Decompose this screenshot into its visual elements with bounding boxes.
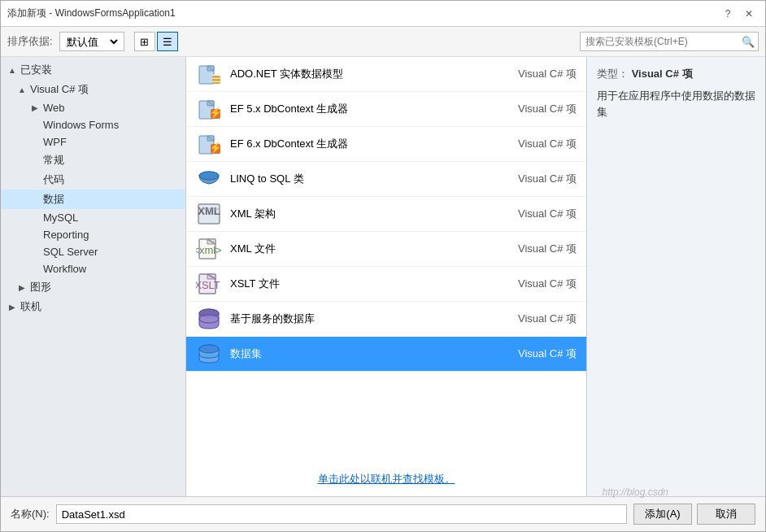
item-icon-xml-wenjian: <xml> (196, 236, 222, 262)
svg-text:⚡: ⚡ (209, 106, 222, 120)
view-list-button[interactable]: ☰ (157, 32, 178, 51)
item-icon-ef5: ⚡ (196, 96, 222, 122)
svg-text:XML: XML (198, 205, 220, 217)
sidebar-item-daima[interactable]: 代码 (1, 170, 185, 190)
sidebar-item-sql-server[interactable]: SQL Server (1, 243, 185, 260)
item-category-ef6: Visual C# 项 (511, 137, 577, 151)
mysql-label: MySQL (43, 211, 78, 224)
sidebar: ▲ 已安装 ▲ Visual C# 项 ▶ Web Windows Forms (1, 57, 186, 496)
view-toggle: ⊞ ☰ (134, 32, 178, 51)
title-bar-buttons: ? ✕ (718, 6, 759, 22)
item-icon-ado-net: ☰ (196, 61, 222, 87)
help-button[interactable]: ? (718, 6, 738, 22)
item-ef6[interactable]: ⚡ EF 6.x DbContext 生成器 Visual C# 项 (186, 127, 586, 162)
item-icon-db-service (196, 306, 222, 332)
sidebar-item-shuju[interactable]: 数据 (1, 190, 185, 209)
view-grid-button[interactable]: ⊞ (134, 32, 155, 51)
shuju-label: 数据 (43, 192, 64, 207)
online-link[interactable]: 单击此处以联机并查找模板。 (318, 473, 455, 485)
sort-label: 排序依据: (7, 34, 53, 49)
item-icon-ef6: ⚡ (196, 131, 222, 157)
item-category-db-service: Visual C# 项 (511, 312, 577, 326)
svg-text:⚡: ⚡ (209, 141, 222, 155)
item-db-service[interactable]: 基于服务的数据库 Visual C# 项 (186, 302, 586, 337)
sort-dropdown[interactable]: 默认值 (63, 35, 120, 49)
reporting-label: Reporting (43, 229, 89, 241)
daima-label: 代码 (43, 172, 64, 187)
installed-label: 已安装 (20, 63, 52, 77)
item-category-xml-jiagou: Visual C# 项 (511, 207, 577, 221)
svg-text:<xml>: <xml> (196, 244, 222, 256)
item-dataset[interactable]: 数据集 Visual C# 项 (186, 337, 586, 372)
sort-select-container[interactable]: 默认值 (59, 32, 124, 51)
svg-text:☰: ☰ (211, 72, 221, 85)
cancel-button[interactable]: 取消 (697, 504, 755, 525)
bottom-bar: 名称(N): 添加(A) 取消 (1, 496, 765, 531)
item-ef5[interactable]: ⚡ EF 5.x DbContext 生成器 Visual C# 项 (186, 92, 586, 127)
top-toolbar: 排序依据: 默认值 ⊞ ☰ 🔍 (1, 27, 765, 57)
item-linq-sql[interactable]: LINQ to SQL 类 Visual C# 项 (186, 162, 586, 197)
svg-point-27 (199, 345, 219, 353)
info-panel: 类型： Visual C# 项 用于在应用程序中使用数据的数据集 (586, 57, 765, 496)
item-name-xml-jiagou: XML 架构 (230, 207, 503, 221)
item-xslt[interactable]: XSLT XSLT 文件 Visual C# 项 (186, 267, 586, 302)
sidebar-item-installed[interactable]: ▲ 已安装 (1, 60, 185, 80)
tuxing-label: 图形 (30, 280, 51, 294)
name-input[interactable] (56, 504, 627, 524)
items-panel: ☰ ADO.NET 实体数据模型 Visual C# 项 (186, 57, 586, 496)
search-input[interactable] (581, 36, 738, 47)
sidebar-item-web[interactable]: ▶ Web (1, 99, 185, 116)
item-category-ef5: Visual C# 项 (511, 102, 577, 116)
item-name-xslt: XSLT 文件 (230, 277, 503, 291)
bottom-buttons: 添加(A) 取消 (633, 504, 755, 525)
title-bar: 添加新项 - WindowsFormsApplication1 ? ✕ (1, 1, 765, 27)
window-title: 添加新项 - WindowsFormsApplication1 (7, 7, 718, 20)
sidebar-item-wpf[interactable]: WPF (1, 133, 185, 150)
lianji-label: 联机 (20, 299, 41, 314)
sidebar-item-mysql[interactable]: MySQL (1, 209, 185, 226)
item-xml-jiagou[interactable]: XML XML 架构 Visual C# 项 (186, 197, 586, 232)
item-xml-wenjian[interactable]: <xml> XML 文件 Visual C# 项 (186, 232, 586, 267)
workflow-label: Workflow (43, 263, 86, 275)
dialog-body: 排序依据: 默认值 ⊞ ☰ 🔍 (1, 27, 765, 531)
add-button[interactable]: 添加(A) (633, 504, 692, 525)
online-link-container: 单击此处以联机并查找模板。 (186, 462, 586, 496)
changgui-label: 常规 (43, 153, 64, 168)
sidebar-item-workflow[interactable]: Workflow (1, 260, 185, 277)
sql-server-label: SQL Server (43, 246, 98, 258)
web-label: Web (43, 102, 65, 114)
lianji-arrow: ▶ (7, 303, 17, 312)
sidebar-item-visual-csharp[interactable]: ▲ Visual C# 项 (1, 80, 185, 99)
item-name-ado-net: ADO.NET 实体数据模型 (230, 67, 503, 81)
sidebar-item-lianji[interactable]: ▶ 联机 (1, 297, 185, 316)
visual-csharp-arrow: ▲ (17, 85, 27, 94)
item-category-linq: Visual C# 项 (511, 172, 577, 186)
item-name-xml-wenjian: XML 文件 (230, 242, 503, 256)
svg-point-25 (199, 315, 219, 323)
svg-point-13 (199, 172, 219, 180)
item-icon-dataset (196, 341, 222, 367)
item-icon-xslt: XSLT (196, 271, 222, 297)
search-button[interactable]: 🔍 (738, 33, 758, 50)
sidebar-item-changgui[interactable]: 常规 (1, 150, 185, 170)
close-button[interactable]: ✕ (739, 6, 759, 22)
search-icon: 🔍 (742, 36, 755, 48)
sidebar-item-tuxing[interactable]: ▶ 图形 (1, 277, 185, 297)
sidebar-item-reporting[interactable]: Reporting (1, 226, 185, 243)
svg-text:XSLT: XSLT (196, 279, 220, 291)
item-name-db-service: 基于服务的数据库 (230, 312, 503, 326)
main-content: ▲ 已安装 ▲ Visual C# 项 ▶ Web Windows Forms (1, 57, 765, 496)
dialog-window: 添加新项 - WindowsFormsApplication1 ? ✕ 排序依据… (0, 0, 766, 532)
item-icon-linq (196, 166, 222, 192)
windows-forms-label: Windows Forms (43, 119, 119, 131)
item-name-ef6: EF 6.x DbContext 生成器 (230, 137, 503, 151)
sidebar-item-windows-forms[interactable]: Windows Forms (1, 116, 185, 133)
item-category-xslt: Visual C# 项 (511, 277, 577, 291)
info-description: 用于在应用程序中使用数据的数据集 (597, 88, 755, 120)
web-arrow: ▶ (30, 103, 40, 112)
name-label: 名称(N): (11, 507, 50, 521)
item-icon-xml-jiagou: XML (196, 201, 222, 227)
item-name-linq: LINQ to SQL 类 (230, 172, 503, 186)
item-ado-net[interactable]: ☰ ADO.NET 实体数据模型 Visual C# 项 (186, 57, 586, 92)
wpf-label: WPF (43, 136, 67, 148)
